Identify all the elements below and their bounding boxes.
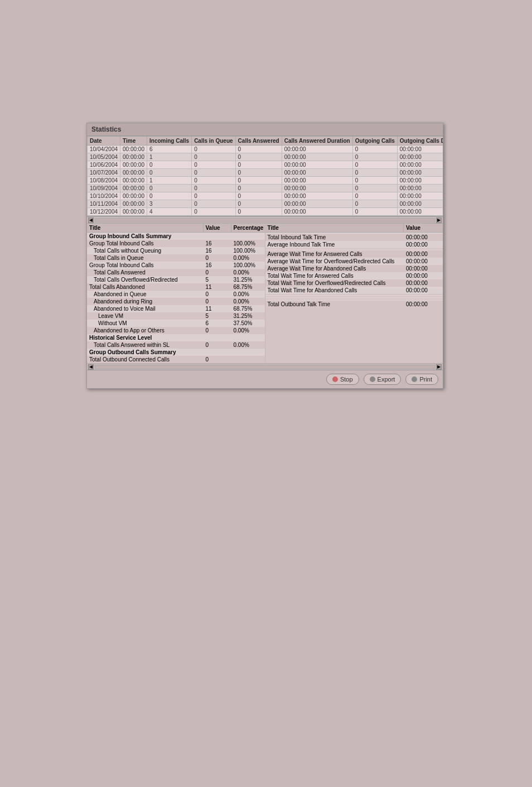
col-answered-dur: Calls Answered Duration: [282, 137, 352, 146]
export-icon: [370, 376, 375, 382]
table-row: 10/11/200400:00:0030000:00:00000:00:001: [88, 200, 443, 208]
list-item: Average Wait Time for Overflowed/Redirec…: [265, 258, 443, 265]
table-row: 10/09/200400:00:0000000:00:00000:00:000: [88, 185, 443, 192]
table-row: 10/04/200400:00:0060000:00:00000:00:002: [88, 146, 443, 153]
list-item: Group Outbound Calls Summary: [87, 349, 265, 356]
window-title: Statistics: [91, 125, 121, 133]
stats-left-panel: Title Value Percentage Group Inbound Cal…: [87, 224, 265, 363]
table-row: 10/05/200400:00:0010000:00:00000:00:001: [88, 153, 443, 161]
list-item: Total Wait Time for Answered Calls00:00:…: [265, 272, 443, 279]
stats-right-header: Title Value: [265, 224, 443, 233]
export-button[interactable]: Export: [364, 374, 402, 385]
list-item: Group Inbound Calls Summary: [87, 233, 265, 240]
bottom-scrollbar[interactable]: ◀ ▶: [87, 363, 443, 370]
table-row: 10/12/200400:00:0040000:00:00000:00:001: [88, 208, 443, 216]
list-item: Average Wait Time for Answered Calls00:0…: [265, 250, 443, 258]
title-bar: Statistics: [87, 123, 443, 136]
list-item: Average Wait Time for Abandoned Calls00:…: [265, 265, 443, 272]
col-incoming: Incoming Calls: [147, 137, 192, 146]
col-outgoing-dur: Outgoing Calls Duration: [397, 137, 443, 146]
col-outgoing: Outgoing Calls: [352, 137, 397, 146]
table-row: 10/08/200400:00:0010000:00:00000:00:000: [88, 177, 443, 185]
export-label: Export: [378, 376, 395, 383]
list-item: Group Total Inbound Calls16100.00%: [87, 240, 265, 247]
print-icon: [412, 376, 417, 382]
stop-icon: [332, 376, 338, 382]
col-pct-header: Percentage: [231, 224, 265, 232]
scroll-track[interactable]: [95, 218, 435, 223]
list-item: Total Outbound Talk Time00:00:00: [265, 301, 443, 308]
top-table-scrollbar[interactable]: ◀ ▶: [87, 216, 443, 223]
top-table-body: 10/04/200400:00:0060000:00:00000:00:002 …: [88, 146, 443, 216]
list-item: Total Calls in Queue00.00%: [87, 254, 265, 262]
list-item: Total Calls without Queuing16100.00%: [87, 247, 265, 254]
list-item: Historical Service Level: [87, 334, 265, 341]
col-answered: Calls Answered: [235, 137, 282, 146]
print-button[interactable]: Print: [405, 374, 438, 385]
list-item: Total Outbound Connected Calls0: [87, 356, 265, 363]
list-item: Total Calls Answered00.00%: [87, 269, 265, 276]
button-bar: Stop Export Print: [87, 370, 443, 388]
bottom-scroll-track[interactable]: [95, 365, 435, 369]
list-item: Abandoned in Queue00.00%: [87, 291, 265, 298]
list-item: Total Inbound Talk Time00:00:00: [265, 234, 443, 241]
col-date: Date: [88, 137, 120, 146]
statistics-window: Statistics Date Time Incoming Calls Call…: [86, 123, 443, 389]
list-item: Total Calls Answered within SL00.00%: [87, 341, 265, 349]
col-time: Time: [120, 137, 147, 146]
col-title-right-header: Title: [265, 224, 404, 232]
top-table-container: Date Time Incoming Calls Calls in Queue …: [87, 136, 443, 216]
stats-right-rows: Total Inbound Talk Time00:00:00 Average …: [265, 233, 443, 308]
bottom-scroll-left[interactable]: ◀: [88, 364, 94, 370]
list-item: Abandoned to Voice Mail1168.75%: [87, 305, 265, 312]
col-title-header: Title: [87, 224, 204, 232]
list-item: Total Calls Abandoned1168.75%: [87, 283, 265, 291]
col-value-right-header: Value: [404, 224, 443, 232]
list-item: Total Wait Time for Abandoned Calls00:00…: [265, 287, 443, 294]
col-queue: Calls in Queue: [192, 137, 235, 146]
stats-right-panel: Title Value Total Inbound Talk Time00:00…: [265, 224, 443, 363]
top-table: Date Time Incoming Calls Calls in Queue …: [87, 136, 443, 216]
scroll-left-arrow[interactable]: ◀: [88, 218, 94, 223]
table-row: 10/06/200400:00:0000000:00:00000:00:000: [88, 161, 443, 169]
stats-area: Title Value Percentage Group Inbound Cal…: [87, 223, 443, 363]
list-item: Leave VM531.25%: [87, 312, 265, 320]
list-item: Without VM637.50%: [87, 320, 265, 327]
list-item: Group Total Inbound Calls16100.00%: [87, 262, 265, 269]
stop-label: Stop: [340, 376, 353, 383]
stats-left-rows: Group Inbound Calls Summary Group Total …: [87, 233, 265, 363]
stop-button[interactable]: Stop: [326, 374, 359, 385]
table-row: 10/10/200400:00:0000000:00:00000:00:000: [88, 192, 443, 200]
table-row: 10/07/200400:00:0000000:00:00000:00:000: [88, 169, 443, 177]
list-item: Abandoned to App or Others00.00%: [87, 327, 265, 334]
list-item: Total Wait Time for Overflowed/Redirecte…: [265, 279, 443, 287]
print-label: Print: [419, 376, 432, 383]
scroll-right-arrow[interactable]: ▶: [436, 218, 442, 223]
list-item: Abandoned during Ring00.00%: [87, 298, 265, 305]
stats-left-header: Title Value Percentage: [87, 224, 265, 233]
list-item: Total Calls Overflowed/Redirected531.25%: [87, 276, 265, 283]
list-item: Average Inbound Talk Time00:00:00: [265, 241, 443, 248]
bottom-scroll-right[interactable]: ▶: [436, 364, 442, 370]
col-value-header: Value: [204, 224, 231, 232]
top-table-header: Date Time Incoming Calls Calls in Queue …: [88, 137, 443, 146]
